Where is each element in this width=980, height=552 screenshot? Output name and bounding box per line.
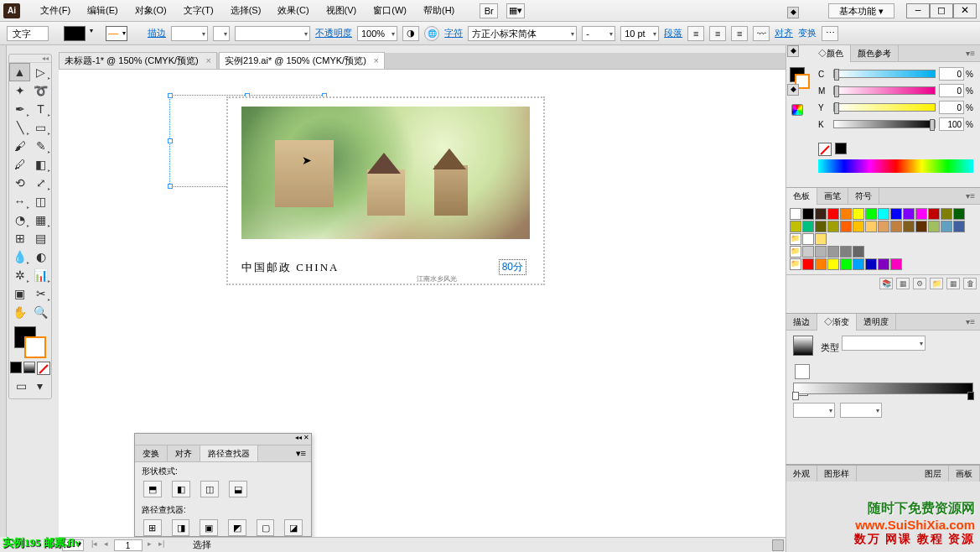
- swatch[interactable]: [890, 208, 902, 220]
- dock-icon[interactable]: ◆: [787, 7, 799, 18]
- cmyk-slider[interactable]: [833, 103, 936, 112]
- swatch[interactable]: [865, 221, 877, 232]
- tab-align[interactable]: 对齐: [168, 445, 200, 461]
- swatch[interactable]: [840, 246, 852, 258]
- gradient-location-field[interactable]: [840, 403, 882, 418]
- tab-stroke[interactable]: 描边: [786, 314, 817, 331]
- swatch[interactable]: [928, 208, 940, 220]
- merge-button[interactable]: ▣: [200, 519, 218, 536]
- swatch[interactable]: [928, 221, 940, 232]
- selection-tool[interactable]: ▲: [9, 63, 30, 81]
- gradient-opacity-field[interactable]: [793, 403, 835, 418]
- menu-effect[interactable]: 效果(C): [269, 4, 317, 17]
- pen-tool[interactable]: ✒▸: [9, 100, 30, 118]
- cmyk-input[interactable]: [939, 117, 964, 131]
- 3d-color-icon[interactable]: [791, 104, 803, 116]
- swatch[interactable]: [840, 221, 852, 232]
- stroke-color-swatch[interactable]: [106, 26, 127, 41]
- magic-wand-tool[interactable]: ✦: [9, 81, 30, 100]
- pencil-tool[interactable]: ✎▸: [30, 137, 51, 155]
- fill-color-swatch[interactable]: [64, 26, 86, 41]
- swatch[interactable]: [802, 233, 814, 245]
- menu-window[interactable]: 窗口(W): [365, 4, 415, 17]
- dock-icon[interactable]: ◆: [787, 84, 799, 96]
- crop-button[interactable]: ◩: [228, 519, 246, 536]
- first-page-button[interactable]: |◂: [89, 539, 101, 551]
- swatch[interactable]: [840, 258, 852, 270]
- free-transform-tool[interactable]: ◫: [30, 192, 51, 211]
- swatch[interactable]: [878, 221, 889, 232]
- menu-object[interactable]: 对象(O): [127, 4, 175, 17]
- tab-transparency[interactable]: 透明度: [857, 314, 896, 331]
- stamp-artwork[interactable]: 中国邮政 CHINA 江南水乡风光 80分: [226, 96, 545, 285]
- swatch[interactable]: [903, 208, 915, 220]
- swatch[interactable]: [815, 221, 827, 232]
- tool-preset[interactable]: 文字: [7, 26, 49, 41]
- swatch[interactable]: [815, 246, 827, 258]
- swatch[interactable]: [802, 246, 814, 258]
- swatch[interactable]: [865, 208, 877, 220]
- tab-symbols[interactable]: 符号: [848, 188, 879, 205]
- gradient-type-dropdown[interactable]: [842, 336, 926, 351]
- pathfinder-panel[interactable]: ◂◂ ✕ 变换 对齐 路径查找器 ▾≡ 形状模式: ⬒ ◧ ◫ ⬓ 路径查找器:…: [134, 433, 312, 537]
- swatch[interactable]: [790, 208, 801, 220]
- paintbrush-tool[interactable]: 🖌: [9, 137, 30, 155]
- scale-tool[interactable]: ⤢▸: [30, 174, 51, 192]
- tab-pathfinder[interactable]: 路径查找器: [200, 445, 258, 461]
- paragraph-link[interactable]: 段落: [664, 27, 682, 39]
- swatch[interactable]: [941, 221, 952, 232]
- gradient-fill-icon[interactable]: [795, 364, 810, 379]
- blob-brush-tool[interactable]: 🖊: [9, 155, 30, 174]
- screen-mode-normal-icon[interactable]: ▭: [13, 378, 29, 393]
- panel-menu-icon[interactable]: ▾≡: [961, 191, 980, 200]
- rectangle-tool[interactable]: ▭▸: [30, 118, 51, 137]
- swatch[interactable]: [815, 208, 827, 220]
- font-family-dropdown[interactable]: 方正小标宋简体: [468, 26, 577, 41]
- slice-tool[interactable]: ✂▸: [30, 284, 51, 303]
- tab-artboards[interactable]: 画板: [949, 466, 980, 482]
- menu-help[interactable]: 帮助(H): [415, 4, 463, 17]
- perspective-grid-tool[interactable]: ▦▸: [30, 211, 51, 229]
- document-tab[interactable]: 实例219.ai* @ 150% (CMYK/预览) ×: [219, 52, 385, 69]
- more-options-icon[interactable]: ⋯: [822, 26, 838, 41]
- recolor-icon[interactable]: ◑: [402, 26, 419, 41]
- last-color-swatch[interactable]: [835, 143, 847, 154]
- gradient-tool[interactable]: ▤: [30, 229, 51, 247]
- menu-type[interactable]: 文字(T): [175, 4, 222, 17]
- swatch[interactable]: [853, 221, 864, 232]
- swatch[interactable]: [953, 208, 965, 220]
- tab-graphic-styles[interactable]: 图形样: [817, 466, 857, 482]
- new-swatch-icon[interactable]: ▦: [946, 278, 960, 289]
- swatch-group-icon[interactable]: 📁: [790, 258, 801, 270]
- tab-swatches[interactable]: 色板: [786, 188, 817, 205]
- swatch[interactable]: [827, 208, 839, 220]
- swatch-kind-icon[interactable]: ▦: [896, 278, 910, 289]
- zoom-tool[interactable]: 🔍: [30, 303, 51, 321]
- minus-front-button[interactable]: ◧: [172, 481, 190, 497]
- tab-color-guide[interactable]: 颜色参考: [851, 45, 899, 62]
- shape-builder-tool[interactable]: ◔▸: [9, 211, 30, 229]
- gradient-preview[interactable]: [793, 336, 813, 356]
- eyedropper-tool[interactable]: 💧▸: [9, 247, 30, 266]
- color-mode-icon[interactable]: [10, 362, 22, 373]
- dock-icon[interactable]: ◆: [787, 45, 799, 57]
- cmyk-slider[interactable]: [833, 86, 936, 95]
- prev-page-button[interactable]: ◂: [101, 539, 112, 551]
- gradient-ramp[interactable]: [793, 383, 973, 394]
- swatch[interactable]: [840, 208, 852, 220]
- cmyk-slider[interactable]: [833, 120, 936, 128]
- swatch-libraries-icon[interactable]: 📚: [879, 278, 893, 289]
- swatch[interactable]: [815, 258, 827, 270]
- warp-icon[interactable]: 〰: [753, 26, 770, 41]
- globe-icon[interactable]: 🌐: [424, 26, 439, 41]
- gradient-stop[interactable]: [792, 392, 799, 400]
- menu-select[interactable]: 选择(S): [222, 4, 270, 17]
- workspace-switcher[interactable]: 基本功能 ▾: [828, 3, 894, 18]
- arrange-docs-icon[interactable]: ▦▾: [506, 3, 525, 18]
- last-page-button[interactable]: ▸|: [156, 539, 168, 551]
- width-tool[interactable]: ↔▸: [9, 192, 30, 211]
- none-mode-icon[interactable]: [37, 362, 50, 375]
- symbol-sprayer-tool[interactable]: ✲▸: [9, 266, 30, 284]
- type-tool[interactable]: T▸: [30, 100, 51, 118]
- menu-file[interactable]: 文件(F): [32, 4, 79, 17]
